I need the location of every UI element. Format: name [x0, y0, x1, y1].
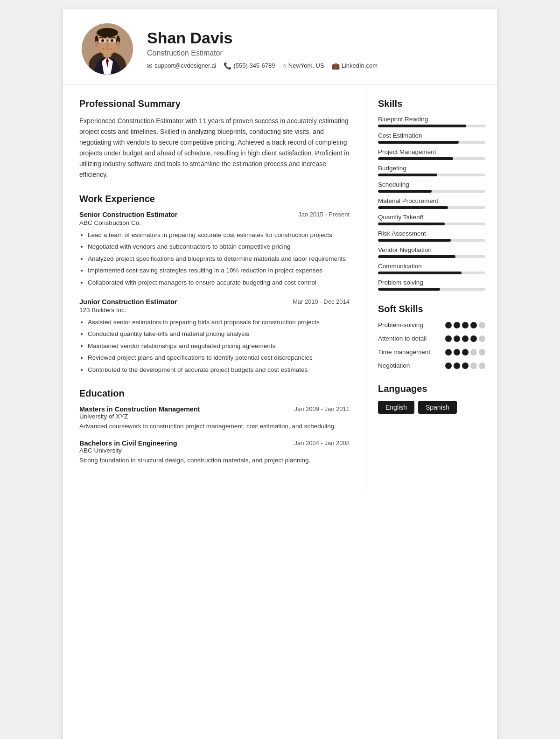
skill-item: Project Management — [378, 148, 485, 160]
skill-dot — [454, 349, 460, 356]
job-title-text: Senior Construction Estimator — [79, 211, 177, 218]
skills-list: Blueprint Reading Cost Estimation Projec… — [378, 116, 485, 291]
skill-item: Problem-solving — [378, 279, 485, 291]
skill-dot — [479, 363, 485, 369]
skill-bar-background — [378, 157, 485, 160]
phone-contact: 📞 (555) 345-6789 — [224, 62, 275, 70]
skill-bar-fill — [378, 223, 445, 225]
job-header: Junior Construction Estimator Mar 2010 -… — [79, 298, 350, 306]
languages-title: Languages — [378, 383, 485, 394]
header-info: Shan Davis Construction Estimator ✉ supp… — [147, 29, 378, 70]
skill-bar-background — [378, 141, 485, 144]
soft-skills-section: Soft Skills Problem-solving Attention to… — [378, 304, 485, 370]
skill-dot — [462, 335, 469, 342]
skill-dots — [445, 349, 485, 356]
edu-description: Strong foundation in structural design, … — [79, 456, 350, 466]
svg-point-14 — [106, 43, 109, 47]
job-company: 123 Builders Inc. — [79, 307, 350, 314]
work-experience-section: Work Experience Senior Construction Esti… — [79, 194, 350, 375]
skills-section: Skills Blueprint Reading Cost Estimation… — [378, 98, 485, 291]
skill-item: Material Procurement — [378, 197, 485, 209]
avatar — [82, 23, 133, 75]
soft-skill-name: Time management — [378, 348, 441, 357]
language-badge-english: English — [378, 401, 414, 414]
skill-name: Problem-solving — [378, 279, 485, 286]
resume-page: Shan Davis Construction Estimator ✉ supp… — [63, 9, 497, 739]
skill-dots — [445, 322, 485, 328]
soft-skill-name: Negotiation — [378, 362, 441, 370]
skill-item: Scheduling — [378, 181, 485, 193]
work-experience-title: Work Experience — [79, 194, 350, 204]
skill-name: Communication — [378, 263, 485, 270]
header: Shan Davis Construction Estimator ✉ supp… — [63, 9, 497, 84]
skill-item: Quantity Takeoff — [378, 214, 485, 225]
education-item: Bachelors in Civil Engineering Jan 2004 … — [79, 439, 350, 466]
skill-bar-fill — [378, 239, 451, 242]
skill-bar-background — [378, 223, 485, 225]
linkedin-value: LinkedIn.com — [342, 62, 378, 69]
education-title: Education — [79, 388, 350, 399]
skill-item: Budgeting — [378, 165, 485, 176]
phone-value: (555) 345-6789 — [233, 62, 275, 69]
skill-bar-fill — [378, 125, 466, 127]
skill-bar-fill — [378, 141, 459, 144]
job-company: ABC Construction Co. — [79, 219, 350, 226]
full-name: Shan Davis — [147, 29, 378, 47]
skill-name: Vendor Negotiation — [378, 246, 485, 253]
skill-dot — [479, 335, 485, 342]
skill-bar-background — [378, 125, 485, 127]
edu-school: ABC University — [79, 447, 350, 454]
skill-dot — [470, 335, 477, 342]
edu-description: Advanced coursework in construction proj… — [79, 422, 350, 432]
bullet: Collaborated with project managers to en… — [88, 278, 350, 288]
linkedin-contact: 💼 LinkedIn.com — [332, 62, 378, 70]
job-item: Senior Construction Estimator Jan 2015 -… — [79, 211, 350, 288]
skill-bar-fill — [378, 174, 437, 176]
job-date: Mar 2010 - Dec 2014 — [293, 298, 350, 305]
skill-dots — [445, 363, 485, 369]
skill-dot — [470, 349, 477, 356]
edu-degree: Masters in Construction Management — [79, 405, 200, 413]
skill-bar-fill — [378, 255, 455, 258]
bullet: Negotiated with vendors and subcontracto… — [88, 242, 350, 252]
skill-dot — [479, 349, 485, 356]
edu-date: Jan 2009 - Jan 2011 — [294, 405, 350, 412]
skill-dot — [470, 322, 477, 328]
email-icon: ✉ — [147, 62, 153, 70]
skill-bar-background — [378, 190, 485, 193]
skill-bar-background — [378, 239, 485, 242]
skill-name: Scheduling — [378, 181, 485, 188]
skill-bar-background — [378, 174, 485, 176]
skill-dot — [445, 335, 452, 342]
job-title: Construction Estimator — [147, 49, 378, 57]
skill-dot — [462, 363, 469, 369]
summary-section: Professional Summary Experienced Constru… — [79, 98, 350, 181]
location-value: NewYork, US — [288, 62, 324, 69]
edu-degree: Bachelors in Civil Engineering — [79, 439, 177, 447]
summary-text: Experienced Construction Estimator with … — [79, 116, 350, 181]
languages-section: Languages English Spanish — [378, 383, 485, 414]
skill-dot — [454, 363, 460, 369]
contact-info: ✉ support@cvdesigner.ai 📞 (555) 345-6789… — [147, 62, 378, 70]
soft-skill-name: Problem-solving — [378, 321, 441, 330]
skill-bar-fill — [378, 206, 448, 209]
edu-school: University of XYZ — [79, 413, 350, 420]
main-content: Professional Summary Experienced Constru… — [63, 84, 497, 493]
skill-bar-background — [378, 288, 485, 291]
language-badge-spanish: Spanish — [418, 401, 457, 414]
job-date: Jan 2015 - Present — [298, 211, 350, 218]
skills-title: Skills — [378, 98, 485, 109]
soft-skill-item: Time management — [378, 348, 485, 357]
skill-dot — [445, 322, 452, 328]
job-header: Senior Construction Estimator Jan 2015 -… — [79, 211, 350, 218]
skill-dot — [445, 363, 452, 369]
skill-bar-background — [378, 272, 485, 274]
skill-dot — [462, 349, 469, 356]
svg-point-13 — [111, 39, 113, 42]
skill-bar-fill — [378, 190, 432, 193]
edu-date: Jan 2004 - Jan 2008 — [294, 439, 350, 446]
soft-skill-item: Attention to detail — [378, 335, 485, 343]
bullet: Implemented cost-saving strategies resul… — [88, 265, 350, 276]
email-value: support@cvdesigner.ai — [154, 62, 216, 69]
skill-dot — [462, 322, 469, 328]
